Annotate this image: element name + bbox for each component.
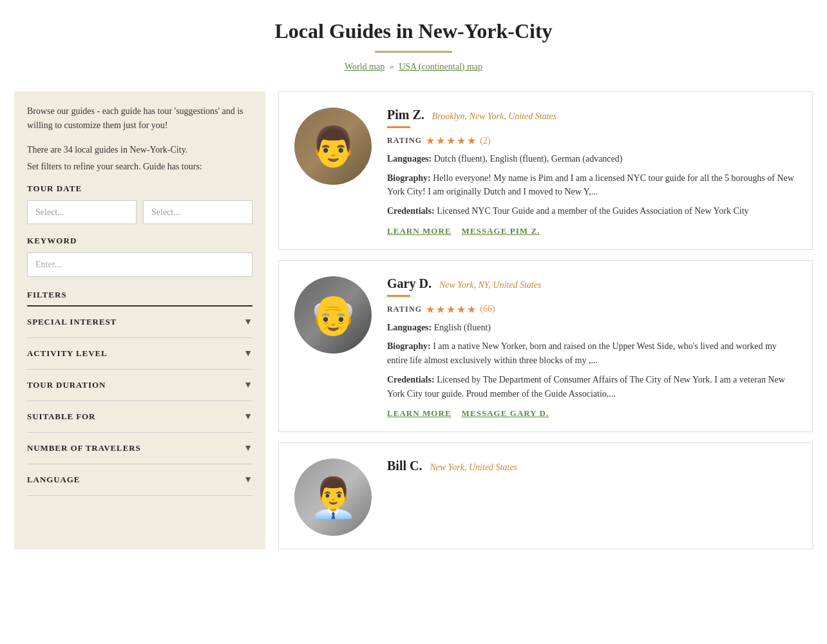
chevron-down-icon: ▼: [243, 475, 252, 485]
star-5: ★: [467, 303, 476, 316]
sidebar-count: There are 34 local guides in New-York-Ci…: [27, 145, 252, 155]
title-underline: [375, 51, 452, 53]
star-1: ★: [426, 135, 435, 147]
guide-biography-pim: Biography: Hello everyone! My name is Pi…: [387, 171, 797, 199]
guide-credentials-pim: Credentials: Licensed NYC Tour Guide and…: [387, 204, 797, 218]
main-layout: Browse our guides - each guide has tour …: [8, 91, 819, 549]
sidebar: Browse our guides - each guide has tour …: [14, 91, 265, 549]
guide-name-row-gary: Gary D. New York, NY, United States: [387, 276, 797, 291]
star-3: ★: [446, 303, 455, 316]
filter-activity-level[interactable]: ACTIVITY LEVEL ▼: [27, 338, 252, 370]
chevron-down-icon: ▼: [243, 443, 252, 453]
guide-name-pim: Pim Z.: [387, 108, 424, 122]
filter-tour-duration[interactable]: TOUR DURATION ▼: [27, 370, 252, 401]
guide-name-row-bill: Bill C. New York, United States: [387, 459, 797, 473]
guide-location-bill: New York, United States: [430, 462, 517, 473]
guide-languages-gary: Languages: English (fluent): [387, 321, 797, 335]
guide-orange-bar-gary: [387, 295, 410, 297]
guide-info-pim: Pim Z. Brooklyn, New York, United States…: [387, 108, 797, 236]
rating-row-pim: RATING ★ ★ ★ ★ ★ (2): [387, 135, 797, 147]
keyword-label: KEYWORD: [27, 236, 252, 246]
guide-location-pim: Brooklyn, New York, United States: [432, 111, 556, 122]
chevron-down-icon: ▼: [243, 317, 252, 327]
guide-card-bill: Bill C. New York, United States: [278, 442, 813, 549]
guide-actions-pim: LEARN MORE MESSAGE PIM Z.: [387, 226, 797, 236]
learn-more-pim[interactable]: LEARN MORE: [387, 226, 452, 236]
filter-number-of-travelers[interactable]: NUMBER OF TRAVELERS ▼: [27, 433, 252, 464]
guide-credentials-gary: Credentials: Licensed by The Department …: [387, 373, 797, 401]
star-5: ★: [467, 135, 476, 147]
guide-name-gary: Gary D.: [387, 276, 432, 291]
guide-actions-gary: LEARN MORE MESSAGE GARY D.: [387, 408, 797, 419]
date-start-select[interactable]: Select...: [27, 200, 137, 224]
page-title: Local Guides in New-York-City: [13, 19, 814, 43]
filter-suitable-for[interactable]: SUITABLE FOR ▼: [27, 401, 252, 433]
stars-pim: ★ ★ ★ ★ ★: [426, 135, 476, 147]
guide-orange-bar: [387, 126, 410, 128]
sidebar-filter-hint: Set filters to refine your search. Guide…: [27, 162, 252, 172]
star-4: ★: [457, 135, 466, 147]
avatar-bill: [294, 459, 372, 536]
sidebar-intro: Browse our guides - each guide has tour …: [27, 104, 252, 133]
chevron-down-icon: ▼: [243, 348, 252, 359]
filters-label: FILTERS: [27, 290, 252, 307]
guide-location-gary: New York, NY, United States: [439, 280, 541, 290]
chevron-down-icon: ▼: [243, 380, 252, 390]
filter-language[interactable]: LANGUAGE ▼: [27, 464, 252, 496]
guide-name-bill: Bill C.: [387, 459, 422, 473]
breadcrumb-separator: »: [390, 62, 394, 71]
usa-map-link[interactable]: USA (continental) map: [399, 62, 482, 71]
guide-info-gary: Gary D. New York, NY, United States RATI…: [387, 276, 797, 419]
chevron-down-icon: ▼: [243, 412, 252, 422]
guide-name-row: Pim Z. Brooklyn, New York, United States: [387, 108, 797, 122]
date-end-select[interactable]: Select...: [143, 200, 252, 224]
star-1: ★: [426, 303, 435, 316]
guide-languages-pim: Languages: Dutch (fluent), English (flue…: [387, 152, 797, 166]
star-4: ★: [457, 303, 466, 316]
tour-date-label: TOUR DATE: [27, 184, 252, 194]
star-2: ★: [436, 303, 445, 316]
rating-label: RATING: [387, 136, 422, 146]
learn-more-gary[interactable]: LEARN MORE: [387, 408, 452, 419]
guide-card-pim: Pim Z. Brooklyn, New York, United States…: [278, 91, 813, 250]
avatar-gary: [294, 276, 372, 354]
guides-list: Pim Z. Brooklyn, New York, United States…: [278, 91, 813, 549]
date-row: Select... Select...: [27, 200, 252, 224]
rating-count-gary: (66): [480, 304, 495, 314]
rating-row-gary: RATING ★ ★ ★ ★ ★ (66): [387, 303, 797, 316]
filter-special-interest[interactable]: SPECIAL INTEREST ▼: [27, 307, 252, 338]
rating-count-pim: (2): [480, 136, 490, 146]
message-gary[interactable]: MESSAGE GARY D.: [462, 408, 549, 419]
page-header: Local Guides in New-York-City World map …: [0, 0, 827, 79]
rating-label-gary: RATING: [387, 305, 422, 314]
guide-biography-gary: Biography: I am a native New Yorker, bor…: [387, 339, 797, 367]
guide-info-bill: Bill C. New York, United States: [387, 459, 797, 536]
guide-card-gary: Gary D. New York, NY, United States RATI…: [278, 260, 813, 432]
avatar-pim: [294, 108, 372, 185]
star-3: ★: [446, 135, 455, 147]
message-pim[interactable]: MESSAGE PIM Z.: [462, 226, 540, 236]
world-map-link[interactable]: World map: [345, 62, 385, 71]
breadcrumb: World map » USA (continental) map: [13, 62, 814, 72]
keyword-input[interactable]: [27, 252, 252, 277]
stars-gary: ★ ★ ★ ★ ★: [426, 303, 476, 316]
star-2: ★: [436, 135, 445, 147]
